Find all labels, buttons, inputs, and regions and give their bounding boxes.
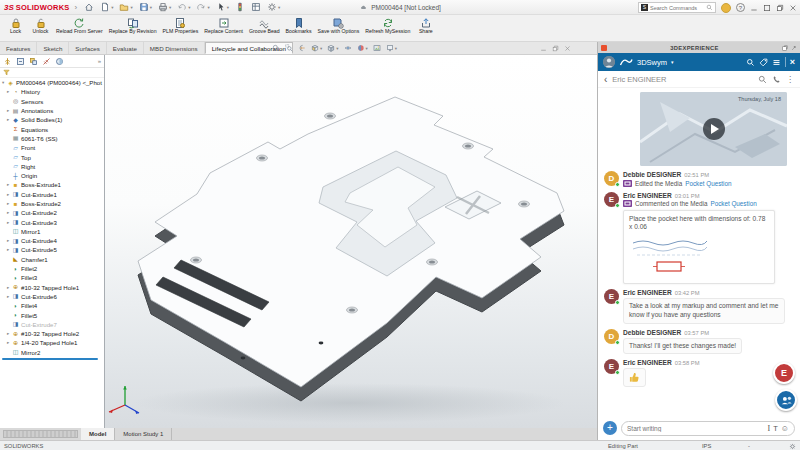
replace-by-revision-button[interactable]: Replace By Revision (106, 16, 160, 35)
tree-filter-row[interactable] (0, 68, 104, 78)
lock-button[interactable]: Lock (3, 16, 28, 35)
reload-from-server-button[interactable]: Reload From Server (53, 16, 106, 35)
unlock-button[interactable]: Unlock (28, 16, 53, 35)
tree-item-right[interactable]: ▱Right (0, 162, 104, 171)
print-button[interactable]: ▾ (158, 2, 171, 12)
apply-scene-button[interactable] (373, 44, 381, 52)
tree-item-cut-extrude1[interactable]: ▸◨Cut-Extrude1 (0, 190, 104, 199)
help-button[interactable]: ? (736, 3, 745, 12)
text-format-icon[interactable]: T (773, 424, 778, 433)
dropdown-caret-icon[interactable]: ▾ (188, 5, 190, 10)
units-indicator[interactable]: IPS (702, 443, 711, 449)
undo-button[interactable]: ▾ (177, 2, 190, 12)
dropdown-caret-icon[interactable]: ▾ (320, 46, 322, 51)
view-settings-button[interactable]: ▾ (386, 44, 397, 52)
search-commands-box[interactable]: S (638, 2, 716, 13)
doc-close-button[interactable] (564, 45, 571, 52)
displaymanager-tab[interactable] (55, 57, 64, 66)
maximize-button[interactable] (763, 4, 771, 12)
tab-sketch[interactable]: Sketch (37, 42, 69, 54)
kebab-menu-icon[interactable]: ⋮ (786, 75, 794, 84)
edit-appearance-button[interactable]: ▾ (357, 44, 368, 52)
dropdown-caret-icon[interactable]: ▾ (227, 5, 229, 10)
options-gear-button[interactable]: ▾ (267, 2, 280, 12)
dropdown-caret-icon[interactable]: ▾ (111, 5, 113, 10)
bookmarks-button[interactable]: Bookmarks (283, 16, 315, 35)
dropdown-caret-icon[interactable]: ▾ (278, 5, 280, 10)
tree-item-history[interactable]: ▸◔History (0, 87, 104, 96)
close-button[interactable] (789, 4, 797, 12)
zoom-area-button[interactable] (285, 44, 293, 52)
dropdown-caret-icon[interactable]: ▾ (130, 5, 132, 10)
dropdown-caret-icon[interactable]: ▾ (395, 46, 397, 51)
dropdown-caret-icon[interactable]: ▾ (366, 46, 368, 51)
dropdown-caret-icon[interactable]: ▾ (150, 5, 152, 10)
tree-item-10-32-tapped-hole1[interactable]: ▸⊕#10-32 Tapped Hole1 (0, 283, 104, 292)
dropdown-caret-icon[interactable]: ▾ (336, 46, 338, 51)
user-avatar[interactable] (721, 3, 731, 13)
app-name[interactable]: 3DSwym (637, 58, 667, 67)
community-button[interactable] (775, 389, 797, 411)
tab-features[interactable]: Features (0, 42, 37, 54)
conversation-search-icon[interactable] (758, 75, 767, 84)
manager-tabs-overflow[interactable]: » (98, 58, 101, 64)
tab-scroll-area[interactable] (3, 430, 78, 438)
search-commands-input[interactable] (650, 5, 704, 11)
tree-item-top[interactable]: ▱Top (0, 152, 104, 161)
home-button[interactable] (84, 2, 94, 12)
tree-item-annotations[interactable]: ▸▤Annotations (0, 106, 104, 115)
play-button[interactable] (703, 118, 725, 140)
section-view-button[interactable]: ▾ (311, 44, 322, 52)
tree-item-cut-extrude4[interactable]: ▸◨Cut-Extrude4 (0, 236, 104, 245)
status-options-gear-icon[interactable] (789, 443, 796, 450)
tree-item-origin[interactable]: ┼Origin (0, 171, 104, 180)
tree-item-boss-extrude2[interactable]: ▸■Boss-Extrude2 (0, 199, 104, 208)
minimize-button[interactable] (750, 4, 758, 12)
dimxpertmanager-tab[interactable] (42, 57, 51, 66)
tree-item-boss-extrude1[interactable]: ▸■Boss-Extrude1 (0, 180, 104, 189)
select-cursor-button[interactable]: ▾ (216, 2, 229, 12)
tree-item-sensors[interactable]: ◎Sensors (0, 97, 104, 106)
propertymanager-tab[interactable] (16, 57, 25, 66)
rollback-bar[interactable] (2, 358, 98, 360)
tree-item-fillet5[interactable]: ◗Fillet5 (0, 310, 104, 319)
tree-item-mirror2[interactable]: ◫Mirror2 (0, 348, 104, 357)
message-input-wrap[interactable]: I T ☺ (621, 421, 795, 436)
menu-expand-arrow[interactable]: › (74, 3, 77, 12)
doc-minimize-button[interactable] (540, 45, 547, 52)
avatar[interactable]: D (604, 329, 619, 344)
tree-item-front[interactable]: ▱Front (0, 143, 104, 152)
media-link[interactable]: Pocket Question (710, 200, 756, 207)
tab-evaluate[interactable]: Evaluate (107, 42, 144, 54)
back-chevron-icon[interactable]: ‹ (604, 74, 607, 85)
swym-user-avatar[interactable] (603, 56, 615, 68)
redo-button[interactable]: ▾ (196, 2, 209, 12)
tree-item-fillet4[interactable]: ◗Fillet4 (0, 301, 104, 310)
tree-item-cut-extrude7[interactable]: ◨Cut-Extrude7 (0, 320, 104, 329)
message-input[interactable] (627, 425, 765, 432)
groove-bead-button[interactable]: Groove Bead (246, 16, 283, 35)
swym-search-icon[interactable] (746, 58, 755, 67)
model-tab-motion-study-1[interactable]: Motion Study 1 (115, 428, 172, 440)
graphics-viewport[interactable] (105, 55, 597, 428)
app-switch-caret-icon[interactable]: ▾ (671, 59, 674, 65)
model-tab-model[interactable]: Model (81, 428, 115, 440)
pop-out-icon[interactable] (782, 45, 788, 51)
hide-show-items-button[interactable] (344, 44, 352, 52)
markup-sketch-image[interactable] (629, 235, 709, 279)
open-folder-button[interactable]: ▾ (119, 2, 132, 12)
featuremanager-tab[interactable] (3, 57, 12, 66)
call-phone-icon[interactable] (772, 75, 781, 84)
avatar[interactable]: E (604, 289, 619, 304)
replace-content-button[interactable]: Replace Content (201, 16, 246, 35)
traffic-light-button[interactable] (235, 2, 245, 12)
tree-item-cut-extrude3[interactable]: ▸◨Cut-Extrude3 (0, 217, 104, 226)
dropdown-caret-icon[interactable]: ▾ (207, 5, 209, 10)
add-attachment-button[interactable]: + (603, 421, 617, 435)
filter-funnel-icon[interactable] (3, 69, 10, 76)
tree-item-fillet3[interactable]: ◗Fillet3 (0, 273, 104, 282)
save-with-options-button[interactable]: Save with Options (315, 16, 363, 35)
previous-view-button[interactable] (298, 44, 306, 52)
file-grid-button[interactable] (251, 2, 261, 12)
emoji-picker-icon[interactable]: ☺ (781, 424, 789, 433)
